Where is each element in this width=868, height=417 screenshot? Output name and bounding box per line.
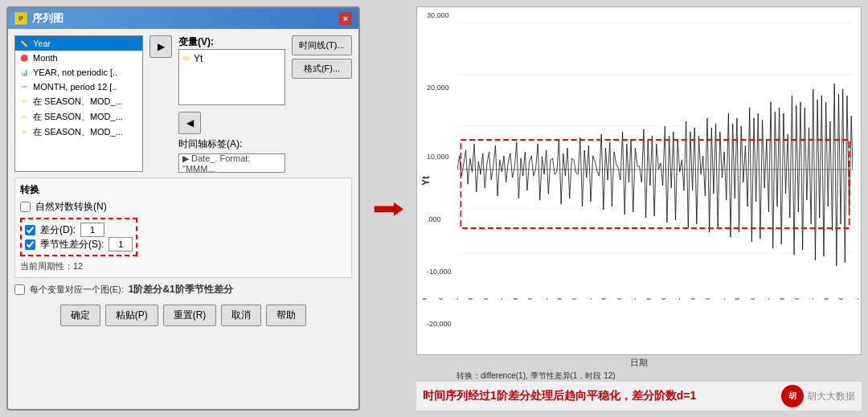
variable-value: Yt	[194, 53, 203, 64]
diff-checkbox[interactable]	[25, 225, 35, 235]
seasonal-diff-label: 季节性差分(S):	[40, 238, 104, 251]
main-row: 📏 Year 🔴 Month 📊 YEAR, not periodic [..	[14, 35, 352, 173]
watermark: 胡 胡大大数据	[781, 385, 855, 407]
var-item-year-np[interactable]: 📊 YEAR, not periodic [..	[15, 65, 142, 80]
time-axis-section: 时间轴标签(A): ▶ Date_. Format: "MMM...	[178, 137, 285, 173]
diff-label: 差分(D):	[40, 223, 76, 237]
move-right-button[interactable]: ▶	[149, 35, 172, 58]
var-item-year-np-label: YEAR, not periodic [..	[33, 67, 117, 77]
variable-label: 变量(V):	[178, 35, 285, 49]
seasonal-diff-checkbox[interactable]	[25, 239, 35, 250]
left-panel: 序列图 × 📏 Year 🔴	[6, 6, 360, 411]
paste-button[interactable]: 粘贴(P)	[105, 305, 158, 326]
pencil-icon-3: ✏	[18, 127, 30, 138]
time-axis-value: ▶ Date_. Format: "MMM...	[182, 153, 281, 174]
dialog-titlebar: 序列图 ×	[8, 8, 358, 29]
diff-value-input[interactable]	[80, 223, 104, 237]
variable-input-item: ✏ Yt	[182, 53, 281, 64]
pencil-var-icon: ✏	[182, 53, 190, 64]
var-item-month-label: Month	[33, 53, 58, 63]
close-button[interactable]: ×	[339, 12, 352, 25]
each-var-checkbox[interactable]	[14, 284, 25, 295]
var-item-season2[interactable]: ✏ 在 SEASON、MOD_...	[15, 109, 142, 125]
arrow-container: ➡	[368, 6, 408, 411]
time-axis-label: 时间轴标签(A):	[178, 137, 285, 151]
move-left-button[interactable]: ◀	[178, 112, 201, 134]
natural-log-row: 自然对数转换(N)	[20, 200, 137, 214]
natural-log-checkbox[interactable]	[20, 202, 31, 212]
format-button[interactable]: 格式(F)...	[292, 59, 352, 79]
wave-icon: 〰	[18, 81, 30, 92]
seasonal-diff-row: 季节性差分(S):	[25, 237, 133, 251]
help-button[interactable]: 帮助	[266, 305, 306, 326]
var-item-season3[interactable]: ✏ 在 SEASON、MOD_...	[15, 125, 142, 140]
y-axis-label: Yt	[420, 176, 432, 186]
seasonal-diff-value-input[interactable]	[108, 237, 133, 251]
var-item-year-label: Year	[33, 39, 51, 48]
var-item-season2-label: 在 SEASON、MOD_...	[33, 111, 123, 123]
transform-label: 转换	[20, 183, 346, 197]
y-max-label: 30,000	[427, 11, 449, 19]
var-item-month-p12-label: MONTH, period 12 [..	[33, 82, 117, 92]
circle-icon: 🔴	[18, 52, 30, 63]
dialog-box: 序列图 × 📏 Year 🔴	[6, 6, 360, 411]
var-item-month-p12[interactable]: 〰 MONTH, period 12 [..	[15, 80, 142, 94]
diff-row: 差分(D):	[25, 223, 133, 237]
dialog-content: 📏 Year 🔴 Month 📊 YEAR, not periodic [..	[8, 29, 358, 336]
var-item-season3-label: 在 SEASON、MOD_...	[33, 126, 123, 138]
natural-log-label: 自然对数转换(N)	[35, 200, 107, 214]
chart-svg	[457, 15, 853, 272]
time-axis-input[interactable]: ▶ Date_. Format: "MMM...	[178, 153, 285, 173]
x-label-30: JUN 2004	[854, 298, 861, 300]
bottom-buttons: 确定 粘贴(P) 重置(R) 取消 帮助	[14, 301, 352, 329]
ok-button[interactable]: 确定	[60, 305, 100, 326]
x-axis-title: 日期	[416, 357, 862, 369]
dialog-icon	[14, 12, 27, 25]
var-item-year[interactable]: 📏 Year	[15, 36, 142, 51]
dialog-title: 序列图	[32, 11, 63, 26]
y-0-label: .000	[427, 215, 441, 223]
var-input-area: 变量(V): ✏ Yt ◀	[178, 35, 285, 173]
cancel-button[interactable]: 取消	[221, 305, 261, 326]
period-text: 当前周期性：12	[20, 260, 137, 272]
var-item-season1-label: 在 SEASON、MOD_...	[33, 96, 123, 108]
pencil-icon-2: ✏	[18, 112, 30, 123]
variable-list: 📏 Year 🔴 Month 📊 YEAR, not periodic [..	[14, 35, 143, 172]
right-buttons: 时间线(T)... 格式(F)...	[292, 35, 352, 79]
reset-button[interactable]: 重置(R)	[163, 305, 217, 326]
main-container: 序列图 × 📏 Year 🔴	[0, 0, 868, 417]
y-10k2-label: 10,000	[427, 153, 449, 161]
var-item-season1[interactable]: ✏ 在 SEASON、MOD_...	[15, 94, 142, 109]
transform-section: 转换 自然对数转换(N) 差分(D):	[14, 178, 352, 278]
chart-subtitle: 转换：difference(1), 季节性差异(1，时段 12)	[416, 369, 862, 382]
each-var-label: 每个变量对应一个图(E):	[30, 284, 124, 296]
bottom-main-text: 时间序列经过1阶差分处理后趋向平稳化，差分阶数d=1	[423, 389, 696, 403]
ruler-icon: 📏	[18, 38, 30, 49]
annotation-text: 1阶差分&1阶季节性差分	[129, 283, 233, 296]
each-var-row: 每个变量对应一个图(E): 1阶差分&1阶季节性差分	[14, 283, 352, 296]
pencil-icon-1: ✏	[18, 96, 30, 108]
y-10k-label: 20,000	[427, 84, 449, 92]
right-panel: Yt 30,000 20,000 10,000 .000 -10,000 -20…	[416, 6, 862, 411]
dialog-title-left: 序列图	[14, 11, 63, 26]
dashed-box: 差分(D): 季节性差分(S):	[20, 218, 137, 256]
timeline-button[interactable]: 时间线(T)...	[292, 35, 352, 55]
chart-area: Yt 30,000 20,000 10,000 .000 -10,000 -20…	[416, 6, 862, 355]
big-arrow-icon: ➡	[372, 195, 404, 223]
watermark-icon: 胡	[781, 385, 804, 407]
arrow-btn-container: ▶	[149, 35, 172, 58]
var-item-month[interactable]: 🔴 Month	[15, 51, 142, 65]
variable-input-box: ✏ Yt	[178, 49, 285, 105]
bar-icon: 📊	[18, 67, 30, 78]
x-axis-labels: FEB 1956 OCT 1957 JUN 1959 FEB 1961 OCT …	[417, 298, 861, 354]
bottom-text-area: 时间序列经过1阶差分处理后趋向平稳化，差分阶数d=1 胡 胡大大数据	[416, 382, 862, 411]
watermark-name: 胡大大数据	[807, 390, 855, 403]
y-n10k-label: -10,000	[427, 268, 452, 276]
